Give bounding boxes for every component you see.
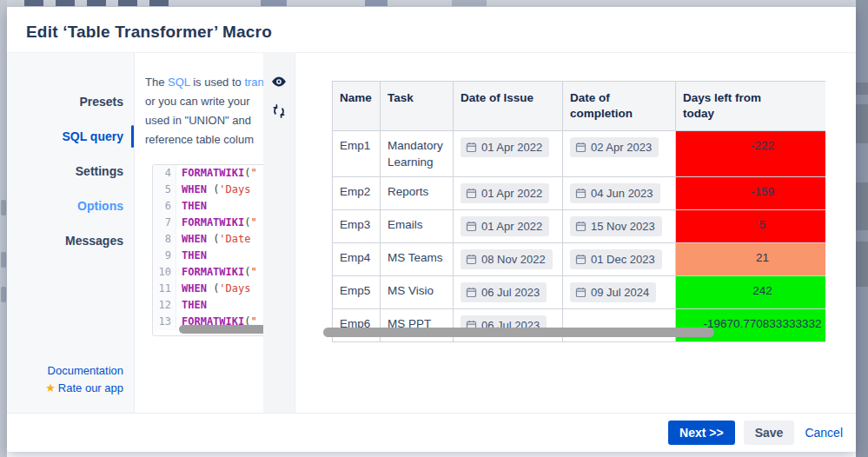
- editor-horizontal-scrollbar[interactable]: [179, 325, 263, 334]
- date-cell: 01 Apr 2022: [454, 177, 563, 210]
- table-row: Emp1Mandatory Learning01 Apr 202202 Apr …: [333, 131, 826, 177]
- sidebar-item-settings[interactable]: Settings: [7, 154, 134, 189]
- date-chip: 06 Jul 2023: [461, 282, 547, 302]
- table-row: Emp2Reports01 Apr 202204 Jun 2023-159: [333, 177, 826, 210]
- sidebar-item-presets[interactable]: Presets: [7, 84, 134, 119]
- code-line: 8WHEN ('Date: [153, 231, 263, 248]
- preview-table: NameTaskDate of IssueDate of completionD…: [332, 81, 825, 342]
- days-left-cell: 21: [676, 243, 826, 276]
- date-chip: 01 Apr 2022: [461, 137, 549, 157]
- description-text: The: [145, 76, 168, 89]
- date-chip: 01 Dec 2023: [570, 249, 662, 269]
- code-line: 11WHEN ('Days: [153, 281, 263, 297]
- dialog-footer: Next >> Save Cancel: [7, 413, 856, 452]
- task-cell: MS Visio: [381, 276, 454, 309]
- code-line: 10FORMATWIKI(": [153, 264, 263, 281]
- date-chip: 02 Apr 2023: [570, 137, 659, 157]
- column-header: Date of Issue: [454, 82, 563, 131]
- date-cell: 01 Apr 2022: [454, 210, 563, 243]
- task-cell: Reports: [381, 177, 454, 210]
- days-left-cell: 5: [676, 210, 826, 243]
- calendar-icon: [466, 254, 477, 265]
- name-cell: Emp2: [333, 177, 381, 210]
- date-cell: 09 Jul 2024: [563, 276, 676, 309]
- save-button[interactable]: Save: [744, 421, 795, 445]
- next-button[interactable]: Next >>: [668, 421, 735, 445]
- code-lines: 4FORMATWIKI("5WHEN ('Days6THEN7FORMATWIK…: [153, 165, 263, 330]
- name-cell: Emp5: [333, 276, 381, 309]
- date-cell: 02 Apr 2023: [563, 131, 676, 177]
- table-row: Emp4MS Teams08 Nov 202201 Dec 202321: [333, 243, 826, 276]
- sidebar-item-label: Options: [77, 199, 123, 213]
- days-left-cell: -222: [676, 131, 826, 177]
- code-line: 4FORMATWIKI(": [153, 165, 263, 182]
- sidebar-nav: PresetsSQL querySettingsOptionsMessages: [7, 84, 134, 258]
- date-cell: 04 Jun 2023: [563, 177, 676, 210]
- calendar-icon: [575, 188, 586, 199]
- days-left-cell: -159: [676, 177, 826, 210]
- background-page-left: [0, 0, 7, 457]
- cancel-link[interactable]: Cancel: [805, 426, 843, 440]
- date-chip: 01 Apr 2022: [461, 183, 549, 203]
- sql-description: The SQL is used to transformor you can w…: [145, 73, 263, 149]
- column-header: Days left from today: [676, 82, 826, 131]
- sql-help-link[interactable]: SQL: [168, 76, 190, 89]
- sidebar-item-options[interactable]: Options: [7, 189, 134, 223]
- line-number: 6: [153, 198, 176, 215]
- table-row: Emp3Emails01 Apr 202215 Nov 20235: [333, 210, 826, 243]
- dialog-header: Edit ‘Table Transformer’ Macro: [7, 7, 856, 52]
- date-cell: 01 Dec 2023: [563, 243, 676, 276]
- background-page-top: [0, 0, 868, 7]
- column-header: Task: [381, 82, 454, 131]
- line-number: 7: [153, 215, 176, 231]
- description-text: is used to: [190, 76, 245, 89]
- line-number: 5: [153, 182, 176, 198]
- calendar-icon: [575, 287, 586, 298]
- calendar-icon: [466, 142, 477, 153]
- calendar-icon: [466, 287, 477, 298]
- rate-app-link[interactable]: Rate our app: [58, 381, 123, 394]
- date-cell: 06 Jul 2023: [454, 276, 563, 309]
- preview-eye-button[interactable]: [269, 74, 288, 93]
- line-number: 4: [153, 165, 176, 182]
- background-page-right: [856, 0, 868, 457]
- description-text: or you can write your: [145, 95, 250, 108]
- sql-code-editor[interactable]: 4FORMATWIKI("5WHEN ('Days6THEN7FORMATWIK…: [152, 164, 263, 336]
- task-cell: Emails: [381, 210, 454, 243]
- dialog-title: Edit ‘Table Transformer’ Macro: [26, 23, 856, 42]
- task-cell: MS Teams: [381, 243, 454, 276]
- sql-help-link[interactable]: transform: [244, 76, 263, 89]
- line-number: 8: [153, 231, 176, 248]
- line-number: 9: [153, 248, 176, 264]
- calendar-icon: [575, 142, 586, 153]
- date-chip: 04 Jun 2023: [570, 183, 660, 203]
- name-cell: Emp4: [333, 243, 381, 276]
- line-number: 10: [153, 264, 176, 281]
- star-icon: ★: [45, 381, 56, 394]
- refresh-button[interactable]: [269, 103, 288, 123]
- table-row: Emp5MS Visio06 Jul 202309 Jul 2024242: [333, 276, 826, 309]
- days-left-cell: 242: [676, 276, 826, 309]
- description-text: reference table colum: [145, 133, 254, 146]
- column-header: Date of completion: [563, 82, 676, 131]
- date-cell: 15 Nov 2023: [563, 210, 676, 243]
- code-line: 6THEN: [153, 198, 263, 215]
- code-line: 7FORMATWIKI(": [153, 215, 263, 231]
- table-horizontal-scrollbar[interactable]: [323, 328, 714, 337]
- sidebar-item-label: SQL query: [62, 129, 123, 143]
- date-cell: 01 Apr 2022: [454, 131, 563, 177]
- sidebar-item-messages[interactable]: Messages: [7, 223, 134, 258]
- sidebar-item-sql-query[interactable]: SQL query: [7, 119, 134, 154]
- eye-icon: [270, 73, 288, 94]
- sidebar-item-label: Messages: [65, 234, 123, 248]
- sidebar-item-label: Settings: [76, 164, 123, 178]
- active-indicator: [131, 125, 134, 148]
- date-chip: 08 Nov 2022: [461, 249, 553, 269]
- column-header: Name: [333, 82, 381, 131]
- date-chip: 01 Apr 2022: [461, 216, 549, 236]
- documentation-link[interactable]: Documentation: [48, 364, 123, 377]
- name-cell: Emp3: [333, 210, 381, 243]
- sidebar-item-label: Presets: [79, 95, 123, 109]
- date-cell: 08 Nov 2022: [454, 243, 563, 276]
- preview-panel: NameTaskDate of IssueDate of completionD…: [295, 53, 856, 413]
